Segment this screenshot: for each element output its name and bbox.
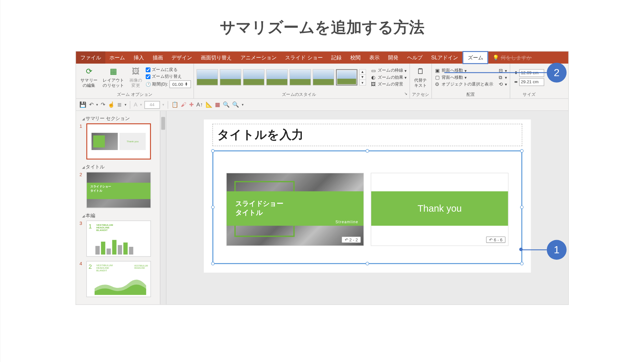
slide-canvas[interactable]: タイトルを入力 [166,111,568,305]
group-arrange: 配置 [432,91,509,98]
resize-handle[interactable] [365,149,369,153]
style-preset[interactable] [266,69,288,85]
chevron-down-icon[interactable]: ▼ [359,75,365,80]
tab-record[interactable]: 記録 [327,52,346,64]
callout-1-line [521,249,547,250]
thumbnails-scrollbar[interactable] [160,111,166,305]
style-preset[interactable] [196,69,218,85]
resize-handle[interactable] [520,149,524,153]
group-zoom-styles: ズームのスタイル ↘ [194,91,409,98]
touch-mode-icon[interactable]: ☝ [108,101,115,108]
zoom-card-2[interactable]: Thank you 6 - 6 [371,173,508,246]
increase-font-icon[interactable]: A↑ [196,101,203,108]
tab-view[interactable]: 表示 [365,52,384,64]
quick-access-toolbar: 💾 ↶▾ ↷ ☝ ≣▾ A▾ 44▾ 📋 🖌 ✚ A↑ 📐 ▦ 🔍 🔍▾ [76,99,568,111]
style-preset[interactable] [220,69,241,85]
thumb-number: 2 [79,172,84,177]
reset-layout-button[interactable]: ▦レイアウト のリセット [101,66,126,89]
redo-icon[interactable]: ↷ [100,101,105,108]
font-size-input[interactable]: 44 [144,101,160,108]
style-preset[interactable] [243,69,264,85]
page-title: サマリズームを追加する方法 [0,0,644,51]
resize-handle[interactable] [211,206,215,209]
tab-animations[interactable]: アニメーション [236,52,281,64]
style-preset-selected[interactable] [336,69,357,85]
edit-summary-button[interactable]: ⟳サマリー の編集 [78,66,99,89]
slide-thumbnail-3[interactable]: 1 VESTIBULUM HEADLINE BLANDIT [86,221,151,257]
zoom-card-1[interactable]: スライドショー タイトル Streamline 2 - 2 [226,173,364,246]
tell-me-search[interactable]: 💡 何をしますか [488,52,536,64]
alt-text-button[interactable]: 🗒代替テ キスト [412,66,429,89]
refresh-icon: ⟳ [84,66,94,77]
slide: タイトルを入力 [204,119,531,273]
tab-zoom[interactable]: ズーム [462,51,488,64]
ribbon-tabs: ファイル ホーム 挿入 描画 デザイン 画面切り替え アニメーション スライド … [76,52,568,64]
save-icon[interactable]: 💾 [79,101,86,108]
zoom-border-button[interactable]: ▭ズームの枠線 ▾ [370,67,406,74]
width-row: ⬌29.21 cm [514,78,544,86]
tab-review[interactable]: 校閲 [346,52,365,64]
tab-help[interactable]: ヘルプ [403,52,427,64]
alt-text-icon: 🗒 [415,66,425,77]
slide-thumbnail-2[interactable]: スライドショー タイトル [86,172,151,208]
chevron-more-icon[interactable]: ▾ [359,80,365,85]
resize-handle[interactable] [520,206,524,209]
group-size: サイズ [510,91,548,98]
title-placeholder[interactable]: タイトルを入力 [212,124,522,146]
group-button[interactable]: ⧉▾ [497,74,507,80]
add-icon[interactable]: ✚ [189,101,194,108]
tab-insert[interactable]: 挿入 [129,52,148,64]
table-icon[interactable]: ▦ [215,101,220,108]
slide-thumbnail-1[interactable]: Thank you [86,123,151,159]
tab-developer[interactable]: 開発 [384,52,403,64]
tab-draw[interactable]: 描画 [148,52,167,64]
main-area: サマリー セクション 1 Thank you タイトル 2 スライドショー タイ… [76,111,568,305]
zoom-transition-checkbox[interactable]: ズーム切り替え [146,74,191,80]
format-painter-icon[interactable]: 🖌 [181,101,186,108]
style-preset[interactable] [289,69,311,85]
summary-zoom-object[interactable]: スライドショー タイトル Streamline 2 - 2 Thank you … [212,150,522,264]
border-icon: ▭ [370,67,376,74]
send-backward-icon: ▢ [434,74,440,80]
send-backward-button[interactable]: ▢背面へ移動 ▾ [434,74,493,80]
width-icon: ⬌ [514,79,518,84]
ruler-icon[interactable]: 📐 [205,101,212,108]
callout-1: 1 [547,240,566,260]
zoom-background-button[interactable]: 🖼ズームの背景 [370,81,406,87]
rotate-button[interactable]: ⟲▾ [497,81,507,87]
chevron-up-icon[interactable]: ▲ [359,70,365,75]
resize-handle[interactable] [211,262,215,266]
tab-home[interactable]: ホーム [105,52,129,64]
copy-icon[interactable]: 📋 [171,101,178,108]
tab-transitions[interactable]: 画面切り替え [196,52,236,64]
duration-input[interactable]: 01.00▲▼ [169,80,191,88]
zoom-out-icon[interactable]: 🔍 [222,101,229,108]
zoom-icon[interactable]: 🔍 [232,101,239,108]
ribbon: ⟳サマリー の編集 ▦レイアウト のリセット 🖼画像の 変更 ズームに戻る ズー… [76,64,568,99]
resize-handle[interactable] [520,262,524,266]
tab-design[interactable]: デザイン [167,52,197,64]
change-image-button[interactable]: 🖼画像の 変更 [128,66,144,89]
width-input[interactable]: 29.21 cm [519,78,544,86]
section-main[interactable]: 本編 [82,212,162,219]
group-accessibility: アクセシ [410,91,431,98]
return-zoom-checkbox[interactable]: ズームに戻る [146,66,191,73]
tab-slideshow[interactable]: スライド ショー [281,52,327,64]
undo-icon[interactable]: ↶ [89,101,94,108]
resize-handle[interactable] [365,262,369,266]
slide-thumbnail-4[interactable]: 2 VESTIBULUM HEADLINE BLANDIT VESTIBULUM… [86,261,151,297]
selection-pane-button[interactable]: ⯐オブジェクトの選択と表示 [434,81,493,87]
group-zoom-options: ズーム オプション [76,91,193,98]
style-preset[interactable] [312,69,334,85]
resize-handle[interactable] [211,149,215,153]
bullets-icon[interactable]: ≣ [117,101,122,108]
section-summary[interactable]: サマリー セクション [82,115,162,122]
tab-sladdins[interactable]: SLアドイン [427,52,462,64]
thumb-number: 1 [79,123,84,128]
effects-icon: ◐ [370,74,376,80]
tab-file[interactable]: ファイル [76,52,105,64]
zoom-styles-gallery[interactable]: ▲▼▾ [196,69,366,85]
gallery-nav[interactable]: ▲▼▾ [359,69,366,85]
zoom-effect-button[interactable]: ◐ズームの効果 ▾ [370,74,406,80]
section-title[interactable]: タイトル [82,164,162,170]
